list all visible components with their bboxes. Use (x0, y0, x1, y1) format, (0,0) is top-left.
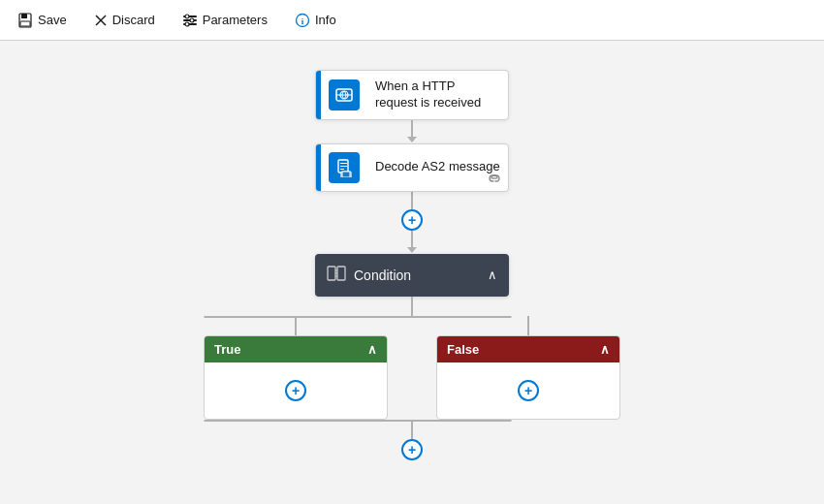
discard-label: Discard (112, 13, 155, 27)
svg-point-9 (190, 18, 194, 22)
condition-node[interactable]: Condition ∧ (315, 254, 509, 297)
info-icon: i (295, 13, 310, 28)
condition-collapse-icon[interactable]: ∧ (488, 268, 497, 282)
false-branch-node[interactable]: False ∧ + (436, 335, 620, 420)
svg-rect-2 (20, 21, 30, 26)
false-branch-body: + (437, 362, 619, 419)
save-button[interactable]: Save (14, 11, 71, 30)
svg-rect-24 (337, 267, 345, 280)
parameters-button[interactable]: Parameters (178, 11, 271, 30)
node-icon-area-decode (321, 144, 367, 191)
link-icon (487, 172, 502, 187)
true-label: True (214, 342, 240, 357)
add-step-button-bottom[interactable]: + (401, 439, 423, 460)
svg-rect-1 (21, 14, 27, 18)
true-v-line (295, 316, 297, 335)
save-icon (17, 13, 33, 28)
true-branch: True ∧ + (204, 316, 388, 420)
false-label: False (447, 342, 479, 357)
connector-1 (411, 120, 413, 138)
true-caret-icon: ∧ (367, 342, 377, 357)
connector-2b (411, 231, 413, 248)
svg-rect-23 (328, 267, 335, 280)
info-button[interactable]: i Info (291, 11, 340, 30)
svg-point-10 (185, 22, 189, 26)
connector-2a (411, 192, 413, 209)
svg-text:i: i (301, 16, 304, 26)
save-label: Save (38, 13, 67, 27)
condition-label: Condition (354, 268, 411, 283)
http-trigger-node[interactable]: When a HTTP request is received (315, 70, 509, 120)
false-v-line (527, 316, 529, 335)
toolbar: Save Discard Parameters (0, 0, 824, 41)
discard-icon (94, 14, 108, 27)
svg-rect-18 (340, 166, 347, 167)
svg-rect-17 (340, 163, 347, 164)
decode-node[interactable]: Decode AS2 message (315, 143, 509, 192)
flow-container: When a HTTP request is received (0, 41, 824, 460)
false-branch-header: False ∧ (437, 336, 619, 362)
http-trigger-label: When a HTTP request is received (367, 71, 508, 119)
parameters-icon (182, 13, 198, 28)
svg-rect-21 (342, 172, 350, 177)
branch-area: True ∧ + False ∧ (0, 297, 824, 460)
true-add-button[interactable]: + (285, 380, 306, 401)
condition-icon (327, 265, 346, 286)
false-add-button[interactable]: + (518, 380, 539, 401)
canvas: When a HTTP request is received (0, 41, 824, 504)
svg-point-8 (185, 15, 189, 18)
true-branch-body: + (205, 362, 387, 419)
info-label: Info (315, 13, 336, 27)
true-branch-node[interactable]: True ∧ + (204, 335, 388, 420)
discard-button[interactable]: Discard (90, 11, 159, 29)
decode-icon-box (329, 152, 360, 183)
true-branch-header: True ∧ (205, 336, 387, 362)
false-branch: False ∧ + (436, 316, 620, 420)
http-icon-box (329, 79, 360, 110)
svg-rect-19 (340, 169, 344, 170)
false-caret-icon: ∧ (600, 342, 610, 357)
condition-left: Condition (327, 265, 411, 286)
parameters-label: Parameters (203, 13, 268, 27)
branches-container: True ∧ + False ∧ (204, 316, 620, 420)
add-step-button-1[interactable]: + (401, 209, 423, 231)
node-icon-area (321, 71, 367, 119)
